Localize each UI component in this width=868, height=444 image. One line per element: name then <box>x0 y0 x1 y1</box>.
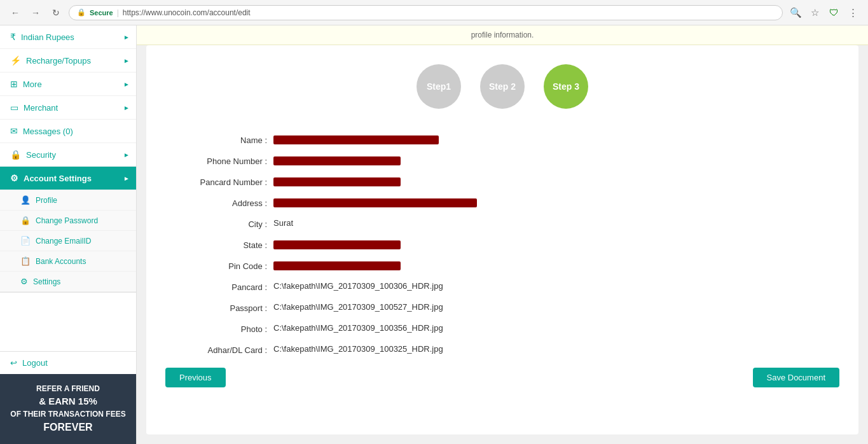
url-text: https://www.unocoin.com/account/edit <box>123 8 251 17</box>
shield-icon: 🛡 <box>826 5 841 20</box>
submenu-label: Bank Accounts <box>36 257 86 266</box>
sidebar: ₹ Indian Rupees ► ⚡ Recharge/Topups ► ⊞ … <box>0 25 137 444</box>
step2-circle: Step 2 <box>480 64 525 109</box>
submenu-item-change-password[interactable]: 🔒 Change Password <box>0 211 136 231</box>
sidebar-item-more[interactable]: ⊞ More ► <box>0 73 136 96</box>
form-row-adhar: Adhar/DL Card : C:\fakepath\IMG_20170309… <box>165 344 839 355</box>
phone-value <box>273 155 839 165</box>
form-row-photo: Photo : C:\fakepath\IMG_20170309_100356_… <box>165 323 839 334</box>
submenu-label: Change EmailID <box>36 237 91 246</box>
city-label: City : <box>165 218 267 229</box>
email-icon: 📄 <box>20 236 31 246</box>
form-row-name: Name : <box>165 134 839 145</box>
save-document-button[interactable]: Save Document <box>753 368 840 387</box>
pancard-label: Pancard : <box>165 281 267 292</box>
pancard-number-value <box>273 176 839 186</box>
main-content: profile information. Step1 Step 2 Step 3… <box>137 25 868 444</box>
main-layout: ₹ Indian Rupees ► ⚡ Recharge/Topups ► ⊞ … <box>0 25 868 444</box>
sidebar-item-messages[interactable]: ✉ Messages (0) <box>0 120 136 143</box>
state-value <box>273 239 839 249</box>
refer-line1: REFER A FRIEND <box>6 383 130 394</box>
logout-label: Logout <box>22 358 48 368</box>
pincode-value <box>273 260 839 270</box>
chevron-icon: ► <box>123 104 130 111</box>
name-value <box>273 134 839 144</box>
security-icon: 🔒 <box>10 149 21 160</box>
sidebar-item-label: Indian Rupees <box>21 32 74 42</box>
form-row-state: State : <box>165 239 839 250</box>
submenu-label: Change Password <box>36 216 98 225</box>
lock-icon: 🔒 <box>20 216 31 225</box>
phone-redacted <box>273 156 401 165</box>
pancard-number-redacted <box>273 177 401 186</box>
secure-label: Secure <box>90 9 113 17</box>
photo-label: Photo : <box>165 323 267 334</box>
forward-button[interactable]: → <box>28 5 43 20</box>
chevron-icon: ► <box>123 175 130 182</box>
state-label: State : <box>165 239 267 250</box>
step1-circle: Step1 <box>417 64 461 109</box>
account-settings-icon: ⚙ <box>10 173 18 183</box>
menu-icon[interactable]: ⋮ <box>845 5 860 20</box>
city-value: Surat <box>273 218 839 228</box>
sidebar-logout[interactable]: ↩ Logout <box>0 351 136 374</box>
sidebar-item-merchant[interactable]: ▭ Merchant ► <box>0 96 136 120</box>
address-value <box>273 197 839 207</box>
sidebar-item-label: Recharge/Topups <box>26 56 91 66</box>
sidebar-item-label: Merchant <box>24 103 58 113</box>
pincode-redacted <box>273 261 401 270</box>
step3-label: Step 3 <box>553 81 579 92</box>
pancard-number-label: Pancard Number : <box>165 176 267 187</box>
account-settings-submenu: 👤 Profile 🔒 Change Password 📄 Change Ema… <box>0 190 136 293</box>
sidebar-item-indian-rupees[interactable]: ₹ Indian Rupees ► <box>0 25 136 49</box>
refer-line4: FOREVER <box>6 420 130 435</box>
passport-file-value: C:\fakepath\IMG_20170309_100527_HDR.jpg <box>273 302 839 312</box>
browser-chrome: ← → ↻ 🔒 Secure | https://www.unocoin.com… <box>0 0 868 25</box>
logout-icon: ↩ <box>10 358 17 368</box>
pancard-filepath: C:\fakepath\IMG_20170309_100306_HDR.jpg <box>273 281 443 291</box>
back-button[interactable]: ← <box>8 5 23 20</box>
refer-banner: REFER A FRIEND & EARN 15% OF THEIR TRANS… <box>0 374 136 445</box>
sidebar-item-label: Account Settings <box>24 174 92 183</box>
chevron-icon: ► <box>123 57 130 64</box>
form-row-pincode: Pin Code : <box>165 260 839 271</box>
submenu-item-bank-accounts[interactable]: 📋 Bank Accounts <box>0 251 136 272</box>
passport-filepath: C:\fakepath\IMG_20170309_100527_HDR.jpg <box>273 302 443 312</box>
sidebar-item-recharge-topups[interactable]: ⚡ Recharge/Topups ► <box>0 49 136 73</box>
address-bar[interactable]: 🔒 Secure | https://www.unocoin.com/accou… <box>69 5 783 20</box>
previous-button[interactable]: Previous <box>165 368 226 387</box>
bookmark-icon[interactable]: ☆ <box>807 5 822 20</box>
info-banner-text: profile information. <box>471 31 534 39</box>
submenu-item-profile[interactable]: 👤 Profile <box>0 190 136 211</box>
sidebar-item-account-settings[interactable]: ⚙ Account Settings ► <box>0 167 136 190</box>
submenu-label: Settings <box>33 277 60 286</box>
search-icon[interactable]: 🔍 <box>788 5 803 20</box>
refer-line3: OF THEIR TRANSACTION FEES <box>6 408 130 420</box>
sidebar-item-label: More <box>23 80 42 89</box>
messages-icon: ✉ <box>10 126 18 136</box>
pincode-label: Pin Code : <box>165 260 267 271</box>
adhar-file-value: C:\fakepath\IMG_20170309_100325_HDR.jpg <box>273 344 839 354</box>
step2-label: Step 2 <box>489 81 516 92</box>
pancard-file-value: C:\fakepath\IMG_20170309_100306_HDR.jpg <box>273 281 839 291</box>
submenu-item-change-emailid[interactable]: 📄 Change EmailID <box>0 231 136 251</box>
rupee-icon: ₹ <box>10 32 16 42</box>
steps-container: Step1 Step 2 Step 3 <box>165 58 839 115</box>
sidebar-item-label: Messages (0) <box>23 127 73 136</box>
sidebar-item-label: Security <box>26 150 56 160</box>
reload-button[interactable]: ↻ <box>48 5 64 20</box>
more-icon: ⊞ <box>10 79 18 89</box>
passport-label: Passport : <box>165 302 267 313</box>
address-label: Address : <box>165 197 267 208</box>
step3-circle: Step 3 <box>544 64 588 109</box>
submenu-item-settings[interactable]: ⚙ Settings <box>0 272 136 292</box>
name-redacted <box>273 135 439 144</box>
form-row-passport: Passport : C:\fakepath\IMG_20170309_1005… <box>165 302 839 313</box>
photo-filepath: C:\fakepath\IMG_20170309_100356_HDR.jpg <box>273 323 443 333</box>
profile-icon: 👤 <box>20 195 31 205</box>
photo-file-value: C:\fakepath\IMG_20170309_100356_HDR.jpg <box>273 323 839 333</box>
form-row-pancard: Pancard : C:\fakepath\IMG_20170309_10030… <box>165 281 839 292</box>
form-row-city: City : Surat <box>165 218 839 229</box>
sidebar-item-security[interactable]: 🔒 Security ► <box>0 143 136 167</box>
submenu-label: Profile <box>36 196 57 205</box>
